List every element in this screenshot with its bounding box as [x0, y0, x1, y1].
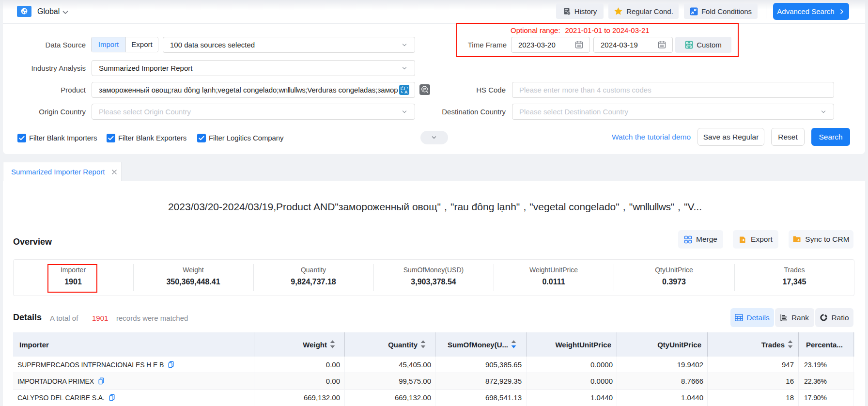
svg-text:A: A — [404, 90, 408, 94]
